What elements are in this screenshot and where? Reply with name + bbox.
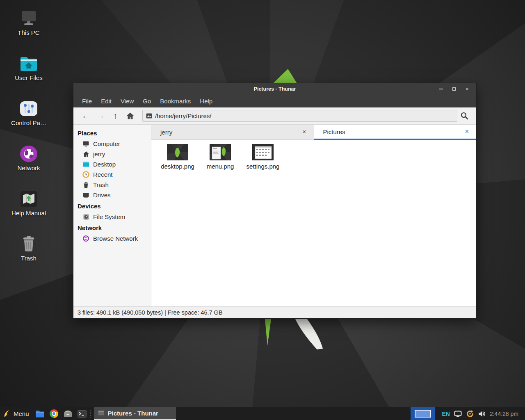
desktop-icon-network[interactable]: Network xyxy=(0,144,57,189)
volume-tray-icon[interactable] xyxy=(478,411,486,417)
desktop-icon-label: Control Pa… xyxy=(11,119,46,126)
menu-view[interactable]: View xyxy=(116,95,138,107)
home-button[interactable] xyxy=(123,110,137,122)
sidebar-header-network: Network xyxy=(73,222,151,233)
terminal-launcher[interactable] xyxy=(75,407,89,420)
menu-label: Menu xyxy=(14,410,29,417)
sidebar-item-label: Computer xyxy=(93,140,120,147)
toolbar: ← → ↑ /home/jerry/Pictures/ xyxy=(73,107,476,125)
window-title: Pictures - Thunar xyxy=(73,86,476,92)
back-button[interactable]: ← xyxy=(78,110,93,122)
file-item-settings-png[interactable]: settings.png xyxy=(242,143,283,170)
sidebar-item-label: Drives xyxy=(93,192,111,199)
chrome-icon xyxy=(50,409,58,418)
desktop-icon-label: Help Manual xyxy=(11,210,46,217)
recent-clock-icon xyxy=(82,171,89,178)
minimize-button[interactable] xyxy=(436,85,446,93)
display-settings-tray-icon[interactable] xyxy=(454,411,462,417)
taskbar-clock[interactable]: 2:44:28 pm xyxy=(490,411,520,417)
menu-bookmarks[interactable]: Bookmarks xyxy=(155,95,195,107)
desktop-icon-label: User Files xyxy=(15,74,43,81)
taskbar-window-button[interactable]: Pictures - Thunar xyxy=(94,407,176,420)
content-pane: jerry × Pictures × desktop.png xyxy=(151,125,476,306)
status-text: 3 files: 490.1 kB (490,050 bytes) | Free… xyxy=(78,309,223,316)
archive-manager-launcher[interactable] xyxy=(61,407,75,420)
menubar: File Edit View Go Bookmarks Help xyxy=(73,95,476,107)
sidebar-item-desktop[interactable]: Desktop xyxy=(73,159,151,169)
sidebar-item-jerry[interactable]: jerry xyxy=(73,149,151,159)
sidebar-item-label: Recent xyxy=(93,171,113,178)
desktop-icon-this-pc[interactable]: This PC xyxy=(0,9,57,54)
computer-icon xyxy=(82,140,89,147)
home-icon xyxy=(126,112,134,119)
workspace-switcher[interactable] xyxy=(411,407,435,420)
network-globe-icon xyxy=(19,144,38,163)
sidebar-item-browse-network[interactable]: Browse Network xyxy=(73,233,151,244)
sidebar-item-label: File System xyxy=(93,213,125,220)
file-item-desktop-png[interactable]: desktop.png xyxy=(157,143,198,170)
tab-label: jerry xyxy=(160,129,301,136)
sidebar-item-label: jerry xyxy=(93,151,105,158)
sidebar-item-trash[interactable]: Trash xyxy=(73,180,151,190)
path-bar[interactable]: /home/jerry/Pictures/ xyxy=(142,110,457,122)
file-manager-launcher[interactable] xyxy=(33,407,47,420)
sidebar-item-computer[interactable]: Computer xyxy=(73,139,151,149)
maximize-button[interactable] xyxy=(449,85,459,93)
user-files-folder-icon xyxy=(19,54,38,73)
hard-drive-icon xyxy=(82,213,89,220)
feather-logo-icon xyxy=(3,410,10,418)
file-name: desktop.png xyxy=(161,163,194,170)
sidebar-header-places: Places xyxy=(73,127,151,139)
status-bar: 3 files: 490.1 kB (490,050 bytes) | Free… xyxy=(73,306,476,318)
trash-icon xyxy=(82,181,89,188)
close-button[interactable]: × xyxy=(462,85,472,93)
thunar-window: Pictures - Thunar × File Edit View Go Bo… xyxy=(73,83,477,319)
menu-go[interactable]: Go xyxy=(138,95,155,107)
desktop-icon-help-manual[interactable]: Help Manual xyxy=(0,189,57,235)
keyboard-layout-indicator[interactable]: EN xyxy=(442,411,450,417)
tab-bar: jerry × Pictures × xyxy=(151,125,476,140)
sidebar: Places Computer jerry Desktop xyxy=(73,125,151,306)
desktop-icon-column: This PC User Files Control Pa… xyxy=(0,9,57,280)
network-globe-icon xyxy=(82,235,89,242)
forward-button[interactable]: → xyxy=(93,110,108,122)
update-manager-tray-icon[interactable] xyxy=(466,410,474,418)
menu-help[interactable]: Help xyxy=(195,95,217,107)
window-controls: × xyxy=(436,85,476,93)
tab-pictures[interactable]: Pictures × xyxy=(314,125,477,140)
desktop-icon-label: This PC xyxy=(18,29,39,36)
current-path: /home/jerry/Pictures/ xyxy=(155,112,212,119)
titlebar[interactable]: Pictures - Thunar × xyxy=(73,83,476,95)
window-mini-icon xyxy=(98,411,104,415)
tab-close-icon[interactable]: × xyxy=(301,128,308,137)
system-tray: EN 2:44:28 pm xyxy=(435,407,525,420)
settings-png-thumbnail xyxy=(252,144,274,160)
file-item-menu-png[interactable]: menu.png xyxy=(200,143,241,170)
file-view[interactable]: desktop.png menu.pn xyxy=(151,140,476,306)
menu-edit[interactable]: Edit xyxy=(96,95,116,107)
desktop-png-thumbnail xyxy=(167,144,188,160)
desktop-icon-label: Network xyxy=(17,164,40,171)
tab-close-icon[interactable]: × xyxy=(463,127,470,136)
blue-folder-icon xyxy=(35,410,45,418)
sidebar-item-drives[interactable]: Drives xyxy=(73,190,151,200)
desktop-icon-control-panel[interactable]: Control Pa… xyxy=(0,99,57,144)
up-button[interactable]: ↑ xyxy=(108,110,123,122)
tab-label: Pictures xyxy=(323,128,463,135)
control-panel-sliders-icon xyxy=(19,99,38,118)
menu-file[interactable]: File xyxy=(78,95,96,107)
panel-grip-handle[interactable] xyxy=(90,410,93,418)
sidebar-item-label: Browse Network xyxy=(93,235,138,242)
chrome-launcher[interactable] xyxy=(47,407,61,420)
desktop-icon-user-files[interactable]: User Files xyxy=(0,54,57,99)
search-icon xyxy=(461,112,468,120)
menu-png-thumbnail xyxy=(210,144,231,160)
desktop-icon-trash[interactable]: Trash xyxy=(0,235,57,280)
tab-jerry[interactable]: jerry × xyxy=(151,125,314,140)
sidebar-item-file-system[interactable]: File System xyxy=(73,212,151,222)
image-file-icon xyxy=(146,113,152,119)
start-menu-button[interactable]: Menu xyxy=(0,407,33,420)
search-button[interactable] xyxy=(457,110,471,122)
sidebar-item-recent[interactable]: Recent xyxy=(73,169,151,180)
sidebar-header-devices: Devices xyxy=(73,200,151,212)
